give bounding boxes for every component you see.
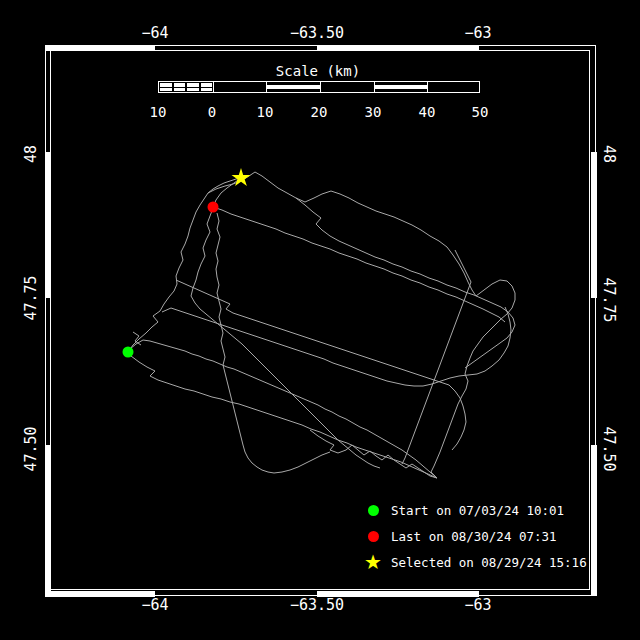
legend-star: ★ xyxy=(364,556,382,568)
track-polyline xyxy=(216,213,330,473)
legend-dot xyxy=(368,531,379,542)
dot-icon xyxy=(362,531,384,542)
star-icon: ★ xyxy=(362,556,384,568)
legend-label: Last on 08/30/24 07:31 xyxy=(391,529,557,544)
legend-item: Start on 07/03/24 10:01 xyxy=(362,497,587,523)
last-position-marker xyxy=(208,202,219,213)
dot-icon xyxy=(362,505,384,516)
legend-label: Start on 07/03/24 10:01 xyxy=(391,503,564,518)
track-polyline xyxy=(431,280,515,478)
track-polyline xyxy=(213,207,505,322)
start-position-marker xyxy=(123,347,134,358)
track-polyline xyxy=(402,250,471,464)
legend: Start on 07/03/24 10:01Last on 08/30/24 … xyxy=(362,497,587,575)
legend-label: Selected on 08/29/24 15:16 xyxy=(391,555,587,570)
legend-item: ★Selected on 08/29/24 15:16 xyxy=(362,549,587,575)
track-polyline xyxy=(296,198,515,368)
track-polyline xyxy=(162,307,511,386)
track-polyline xyxy=(208,172,476,296)
legend-item: Last on 08/30/24 07:31 xyxy=(362,523,587,549)
legend-dot xyxy=(368,505,379,516)
track-polyline xyxy=(131,356,437,478)
track-map-plot: −64−63.50−63 −64−63.50−63 4847.7547.50 4… xyxy=(0,0,640,640)
track-polyline xyxy=(310,430,437,478)
track-polyline xyxy=(176,280,466,450)
